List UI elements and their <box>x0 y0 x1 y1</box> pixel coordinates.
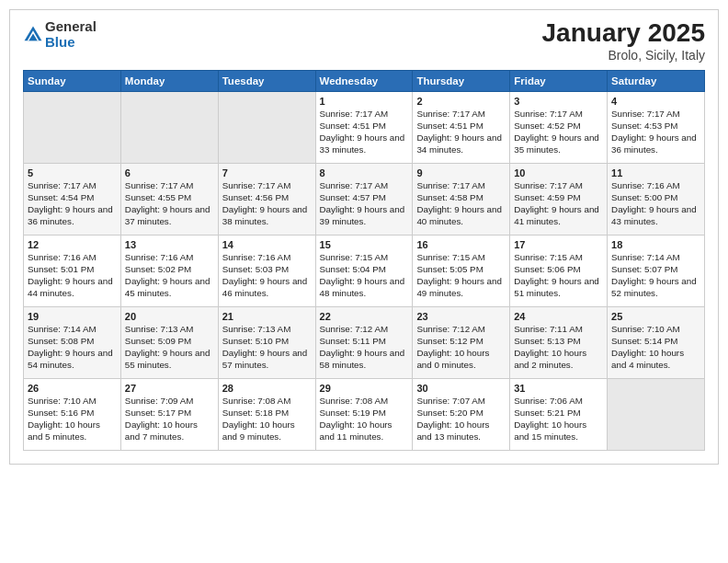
calendar-cell: 18Sunrise: 7:14 AM Sunset: 5:07 PM Dayli… <box>608 235 705 306</box>
day-number: 17 <box>514 239 603 250</box>
day-number: 10 <box>514 167 603 178</box>
header-day-tuesday: Tuesday <box>218 70 315 91</box>
calendar-cell: 3Sunrise: 7:17 AM Sunset: 4:52 PM Daylig… <box>510 91 608 163</box>
day-info: Sunrise: 7:14 AM Sunset: 5:07 PM Dayligh… <box>611 251 700 300</box>
day-info: Sunrise: 7:08 AM Sunset: 5:18 PM Dayligh… <box>222 395 312 443</box>
day-info: Sunrise: 7:17 AM Sunset: 4:58 PM Dayligh… <box>416 179 506 228</box>
calendar-cell: 15Sunrise: 7:15 AM Sunset: 5:04 PM Dayli… <box>315 235 413 306</box>
day-number: 22 <box>320 311 409 322</box>
day-info: Sunrise: 7:17 AM Sunset: 4:51 PM Dayligh… <box>320 108 409 156</box>
calendar-cell: 6Sunrise: 7:17 AM Sunset: 4:55 PM Daylig… <box>120 163 218 235</box>
day-info: Sunrise: 7:13 AM Sunset: 5:10 PM Dayligh… <box>222 323 312 372</box>
calendar-cell: 25Sunrise: 7:10 AM Sunset: 5:14 PM Dayli… <box>608 306 705 378</box>
day-info: Sunrise: 7:15 AM Sunset: 5:05 PM Dayligh… <box>416 251 506 300</box>
day-info: Sunrise: 7:06 AM Sunset: 5:21 PM Dayligh… <box>514 395 603 443</box>
logo-text: General Blue <box>45 19 97 50</box>
day-number: 14 <box>222 239 312 250</box>
calendar-cell: 9Sunrise: 7:17 AM Sunset: 4:58 PM Daylig… <box>413 163 510 235</box>
day-info: Sunrise: 7:17 AM Sunset: 4:52 PM Dayligh… <box>514 108 603 156</box>
day-number: 4 <box>611 96 700 107</box>
subtitle: Brolo, Sicily, Italy <box>542 48 705 63</box>
day-number: 28 <box>222 383 312 394</box>
day-info: Sunrise: 7:10 AM Sunset: 5:16 PM Dayligh… <box>28 395 117 443</box>
calendar-cell: 19Sunrise: 7:14 AM Sunset: 5:08 PM Dayli… <box>24 306 121 378</box>
calendar-cell: 31Sunrise: 7:06 AM Sunset: 5:21 PM Dayli… <box>510 378 608 450</box>
day-number: 2 <box>416 96 506 107</box>
day-info: Sunrise: 7:17 AM Sunset: 4:59 PM Dayligh… <box>514 179 603 228</box>
calendar-cell: 29Sunrise: 7:08 AM Sunset: 5:19 PM Dayli… <box>315 378 413 450</box>
day-number: 29 <box>320 383 409 394</box>
calendar-cell: 27Sunrise: 7:09 AM Sunset: 5:17 PM Dayli… <box>120 378 218 450</box>
day-info: Sunrise: 7:16 AM Sunset: 5:02 PM Dayligh… <box>125 251 214 300</box>
day-info: Sunrise: 7:12 AM Sunset: 5:12 PM Dayligh… <box>416 323 506 372</box>
day-number: 30 <box>416 383 506 394</box>
calendar-cell: 8Sunrise: 7:17 AM Sunset: 4:57 PM Daylig… <box>315 163 413 235</box>
header-row: SundayMondayTuesdayWednesdayThursdayFrid… <box>24 70 705 91</box>
calendar-page: General Blue January 2025 Brolo, Sicily,… <box>9 9 719 465</box>
day-number: 15 <box>320 239 409 250</box>
week-row-1: 1Sunrise: 7:17 AM Sunset: 4:51 PM Daylig… <box>24 91 705 163</box>
day-info: Sunrise: 7:14 AM Sunset: 5:08 PM Dayligh… <box>28 323 117 372</box>
calendar-cell: 30Sunrise: 7:07 AM Sunset: 5:20 PM Dayli… <box>413 378 510 450</box>
calendar-cell <box>608 378 705 450</box>
header-day-friday: Friday <box>510 70 608 91</box>
calendar-cell: 2Sunrise: 7:17 AM Sunset: 4:51 PM Daylig… <box>413 91 510 163</box>
day-info: Sunrise: 7:17 AM Sunset: 4:53 PM Dayligh… <box>611 108 700 156</box>
logo: General Blue <box>23 19 97 50</box>
day-info: Sunrise: 7:10 AM Sunset: 5:14 PM Dayligh… <box>611 323 700 372</box>
day-number: 5 <box>28 167 117 178</box>
header-day-saturday: Saturday <box>608 70 705 91</box>
calendar-cell: 21Sunrise: 7:13 AM Sunset: 5:10 PM Dayli… <box>218 306 315 378</box>
calendar-table: SundayMondayTuesdayWednesdayThursdayFrid… <box>23 70 705 451</box>
calendar-cell: 22Sunrise: 7:12 AM Sunset: 5:11 PM Dayli… <box>315 306 413 378</box>
day-info: Sunrise: 7:11 AM Sunset: 5:13 PM Dayligh… <box>514 323 603 372</box>
day-number: 19 <box>28 311 117 322</box>
day-number: 27 <box>125 383 214 394</box>
day-info: Sunrise: 7:17 AM Sunset: 4:56 PM Dayligh… <box>222 179 312 228</box>
day-number: 1 <box>320 96 409 107</box>
calendar-cell: 1Sunrise: 7:17 AM Sunset: 4:51 PM Daylig… <box>315 91 413 163</box>
calendar-cell: 17Sunrise: 7:15 AM Sunset: 5:06 PM Dayli… <box>510 235 608 306</box>
calendar-cell: 14Sunrise: 7:16 AM Sunset: 5:03 PM Dayli… <box>218 235 315 306</box>
calendar-cell: 7Sunrise: 7:17 AM Sunset: 4:56 PM Daylig… <box>218 163 315 235</box>
day-number: 11 <box>611 167 700 178</box>
calendar-cell: 11Sunrise: 7:16 AM Sunset: 5:00 PM Dayli… <box>608 163 705 235</box>
day-number: 13 <box>125 239 214 250</box>
day-number: 9 <box>416 167 506 178</box>
calendar-cell: 16Sunrise: 7:15 AM Sunset: 5:05 PM Dayli… <box>413 235 510 306</box>
calendar-cell <box>24 91 121 163</box>
day-info: Sunrise: 7:09 AM Sunset: 5:17 PM Dayligh… <box>125 395 214 443</box>
logo-icon <box>23 25 43 45</box>
calendar-cell: 26Sunrise: 7:10 AM Sunset: 5:16 PM Dayli… <box>24 378 121 450</box>
day-number: 25 <box>611 311 700 322</box>
title-block: January 2025 Brolo, Sicily, Italy <box>542 19 705 63</box>
day-info: Sunrise: 7:15 AM Sunset: 5:04 PM Dayligh… <box>320 251 409 300</box>
day-info: Sunrise: 7:13 AM Sunset: 5:09 PM Dayligh… <box>125 323 214 372</box>
day-info: Sunrise: 7:17 AM Sunset: 4:51 PM Dayligh… <box>416 108 506 156</box>
week-row-3: 12Sunrise: 7:16 AM Sunset: 5:01 PM Dayli… <box>24 235 705 306</box>
week-row-5: 26Sunrise: 7:10 AM Sunset: 5:16 PM Dayli… <box>24 378 705 450</box>
day-info: Sunrise: 7:08 AM Sunset: 5:19 PM Dayligh… <box>320 395 409 443</box>
day-number: 7 <box>222 167 312 178</box>
day-number: 12 <box>28 239 117 250</box>
day-info: Sunrise: 7:15 AM Sunset: 5:06 PM Dayligh… <box>514 251 603 300</box>
calendar-cell: 13Sunrise: 7:16 AM Sunset: 5:02 PM Dayli… <box>120 235 218 306</box>
calendar-cell: 5Sunrise: 7:17 AM Sunset: 4:54 PM Daylig… <box>24 163 121 235</box>
page-title: January 2025 <box>542 19 705 48</box>
day-number: 8 <box>320 167 409 178</box>
day-number: 21 <box>222 311 312 322</box>
calendar-cell: 23Sunrise: 7:12 AM Sunset: 5:12 PM Dayli… <box>413 306 510 378</box>
day-number: 26 <box>28 383 117 394</box>
day-number: 16 <box>416 239 506 250</box>
day-number: 20 <box>125 311 214 322</box>
day-number: 3 <box>514 96 603 107</box>
header-day-monday: Monday <box>120 70 218 91</box>
day-number: 24 <box>514 311 603 322</box>
day-info: Sunrise: 7:17 AM Sunset: 4:55 PM Dayligh… <box>125 179 214 228</box>
calendar-cell: 12Sunrise: 7:16 AM Sunset: 5:01 PM Dayli… <box>24 235 121 306</box>
day-number: 31 <box>514 383 603 394</box>
day-info: Sunrise: 7:17 AM Sunset: 4:57 PM Dayligh… <box>320 179 409 228</box>
calendar-cell: 24Sunrise: 7:11 AM Sunset: 5:13 PM Dayli… <box>510 306 608 378</box>
header: General Blue January 2025 Brolo, Sicily,… <box>23 19 705 63</box>
day-info: Sunrise: 7:07 AM Sunset: 5:20 PM Dayligh… <box>416 395 506 443</box>
